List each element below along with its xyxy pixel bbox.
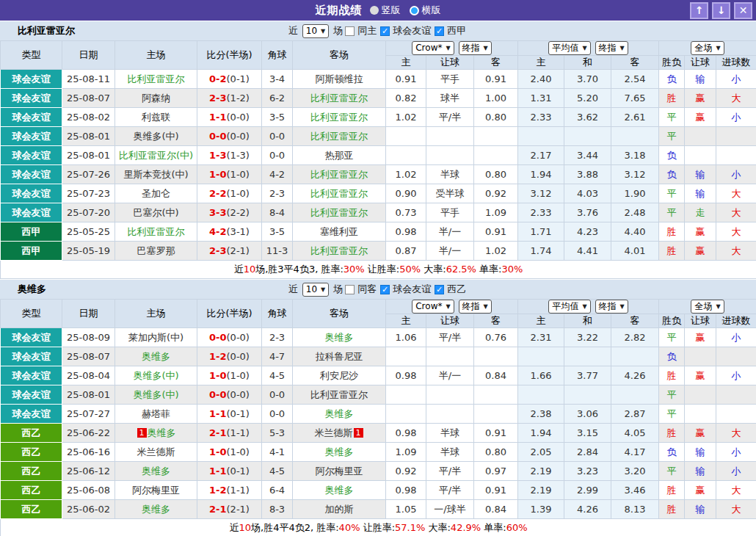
score: 1-3(1-3) bbox=[197, 146, 262, 165]
away-odds: 0.84 bbox=[474, 366, 518, 385]
score: 2-2(1-0) bbox=[197, 184, 262, 203]
result-goals: 小 bbox=[716, 108, 756, 127]
handicap-line: 一/球半 bbox=[426, 500, 474, 519]
result-goals bbox=[716, 146, 756, 165]
home-team: 圣加仑 bbox=[115, 184, 197, 203]
corner-score: 8-3 bbox=[262, 500, 293, 519]
sub-col-header-4: 和 bbox=[564, 314, 611, 328]
match-date: 25-07-27 bbox=[62, 405, 115, 424]
move-down-button[interactable]: ↓ bbox=[712, 2, 730, 19]
scope-select[interactable]: 全场▼ bbox=[691, 300, 724, 314]
home-team: 奥维多(中) bbox=[115, 127, 197, 146]
titlebar: 近期战绩 竖版横版 ↑↓✕ bbox=[0, 0, 756, 21]
match-row: 球会友谊25-08-01奥维多(中)0-0(0-0)0-0比利亚雷亚尔平 bbox=[1, 127, 756, 146]
result-goals: 大 bbox=[716, 203, 756, 222]
same-venue-checkbox[interactable] bbox=[345, 285, 355, 294]
avg-away-odds: 4.01 bbox=[611, 242, 659, 261]
bookmaker-select[interactable]: Crow*▼ bbox=[412, 300, 454, 314]
average-select[interactable]: 平均值▼ bbox=[548, 41, 590, 55]
bookmaker-final-select[interactable]: 终指▼ bbox=[459, 300, 492, 314]
score: 1-1(0-1) bbox=[197, 405, 262, 424]
home-odds: 0.82 bbox=[386, 89, 426, 108]
match-type: 球会友谊 bbox=[1, 165, 62, 184]
sub-col-header-2: 客 bbox=[474, 314, 518, 328]
matches-count-select[interactable]: 10▼ bbox=[302, 283, 329, 297]
match-type: 球会友谊 bbox=[1, 127, 62, 146]
result-outcome: 平 bbox=[659, 127, 685, 146]
avg-home-odds: 2.38 bbox=[518, 405, 564, 424]
handicap-line: 半/一 bbox=[426, 366, 474, 385]
move-up-button[interactable]: ↑ bbox=[690, 2, 708, 19]
avg-away-odds: 4.26 bbox=[611, 366, 659, 385]
league-filter-checkbox-friendly[interactable]: ✓ bbox=[380, 26, 390, 36]
corner-score: 4-2 bbox=[262, 165, 293, 184]
chevron-down-icon: ▼ bbox=[484, 301, 488, 312]
match-date: 25-08-01 bbox=[62, 385, 115, 405]
match-row: 西乙25-06-08阿尔梅里亚1-2(1-1)6-4奥维多0.98平/半0.91… bbox=[1, 481, 756, 500]
average-select[interactable]: 平均值▼ bbox=[548, 300, 590, 314]
average-final-select[interactable]: 终指▼ bbox=[595, 41, 628, 55]
result-goals: 小 bbox=[716, 165, 756, 184]
window-buttons: ↑↓✕ bbox=[690, 2, 752, 19]
handicap-line: 球半 bbox=[426, 89, 474, 108]
result-handicap: 赢 bbox=[685, 366, 716, 385]
corner-score: 2-3 bbox=[262, 328, 293, 347]
layout-radio-horizontal[interactable]: 横版 bbox=[410, 4, 441, 17]
corner-score: 4-5 bbox=[262, 462, 293, 481]
avg-home-odds bbox=[518, 127, 564, 146]
radio-selected-icon bbox=[410, 6, 419, 15]
handicap-line: 平/半 bbox=[426, 108, 474, 127]
scope-select[interactable]: 全场▼ bbox=[691, 41, 724, 55]
avg-home-odds: 2.33 bbox=[518, 108, 564, 127]
result-goals: 小 bbox=[716, 366, 756, 385]
bookmaker-final-select[interactable]: 终指▼ bbox=[459, 41, 492, 55]
result-outcome: 胜 bbox=[659, 424, 685, 443]
chevron-down-icon: ▼ bbox=[321, 284, 325, 295]
average-odds-group-header: 平均值▼终指▼ bbox=[518, 300, 659, 314]
league-filter-checkbox-league[interactable]: ✓ bbox=[435, 285, 444, 294]
avg-draw-odds: 3.22 bbox=[564, 328, 611, 347]
match-date: 25-08-01 bbox=[62, 127, 115, 146]
handicap-line: 平手 bbox=[426, 203, 474, 222]
result-handicap: 赢 bbox=[685, 242, 716, 261]
average-final-select[interactable]: 终指▼ bbox=[595, 300, 628, 314]
matches-count-select[interactable]: 10▼ bbox=[302, 24, 329, 38]
avg-draw-odds bbox=[564, 385, 611, 405]
team-name: 奥维多 bbox=[18, 283, 46, 296]
league-filter-checkbox-league[interactable]: ✓ bbox=[435, 26, 444, 36]
result-outcome: 平 bbox=[659, 184, 685, 203]
result-outcome: 负 bbox=[659, 70, 685, 89]
matches-table-oviedo: 类型日期主场比分(半场)角球客场Crow*▼终指▼平均值▼终指▼全场▼主让球客主… bbox=[0, 299, 756, 536]
corner-score: 3-4 bbox=[262, 70, 293, 89]
avg-home-odds bbox=[518, 347, 564, 366]
chevron-down-icon: ▼ bbox=[620, 301, 625, 312]
result-handicap: 赢 bbox=[685, 89, 716, 108]
result-goals: 大 bbox=[716, 500, 756, 519]
score: 3-3(2-2) bbox=[197, 203, 262, 222]
result-goals bbox=[716, 347, 756, 366]
handicap-line: 半球 bbox=[426, 424, 474, 443]
handicap-line: 平/半 bbox=[426, 462, 474, 481]
result-goals: 小 bbox=[716, 328, 756, 347]
sub-col-header-3: 主 bbox=[518, 56, 564, 70]
avg-draw-odds: 3.76 bbox=[564, 203, 611, 222]
sub-col-header-1: 让球 bbox=[426, 314, 474, 328]
home-odds: 1.06 bbox=[386, 328, 426, 347]
avg-home-odds: 2.17 bbox=[518, 146, 564, 165]
result-outcome: 胜 bbox=[659, 500, 685, 519]
away-odds bbox=[474, 405, 518, 424]
close-button[interactable]: ✕ bbox=[734, 2, 752, 19]
match-type: 西乙 bbox=[1, 481, 62, 500]
bookmaker-select[interactable]: Crow*▼ bbox=[412, 41, 454, 55]
same-venue-checkbox[interactable] bbox=[345, 26, 355, 36]
avg-home-odds: 1.74 bbox=[518, 242, 564, 261]
league-filter-checkbox-friendly[interactable]: ✓ bbox=[380, 285, 390, 294]
avg-draw-odds: 4.23 bbox=[564, 222, 611, 242]
avg-draw-odds: 3.62 bbox=[564, 108, 611, 127]
layout-radio-vertical[interactable]: 竖版 bbox=[370, 4, 401, 17]
away-odds: 0.91 bbox=[474, 424, 518, 443]
result-handicap: 走 bbox=[685, 203, 716, 222]
col-header-1: 日期 bbox=[62, 300, 115, 328]
home-team: 1奥维多 bbox=[115, 424, 197, 443]
sub-col-header-5: 客 bbox=[611, 56, 659, 70]
